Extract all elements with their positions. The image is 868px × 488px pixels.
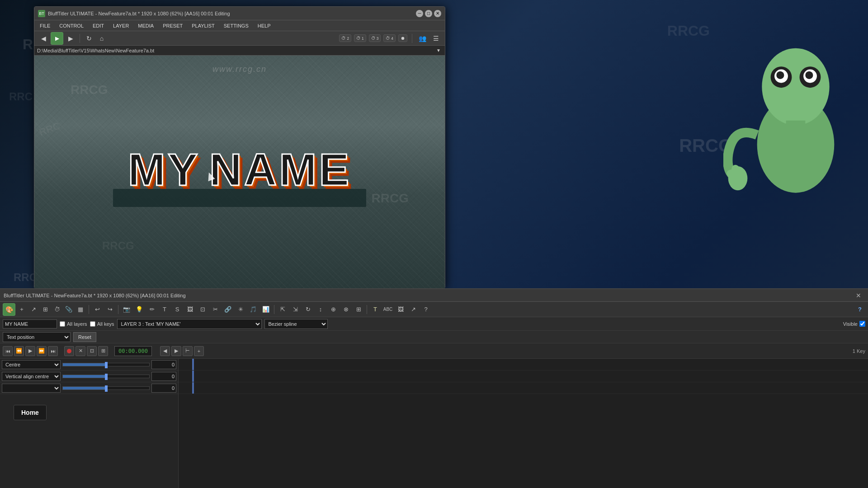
- maximize-button[interactable]: □: [425, 10, 432, 17]
- timer-4[interactable]: ⏱4: [383, 34, 396, 42]
- property-select[interactable]: Text position: [3, 332, 71, 342]
- bt-arrow-btn[interactable]: ↗: [408, 304, 419, 315]
- step-forward-button[interactable]: ▶: [65, 33, 76, 44]
- prop-slider-thumb-1[interactable]: [105, 362, 108, 368]
- prop-value-1[interactable]: [151, 360, 176, 369]
- refresh-button[interactable]: ↻: [84, 33, 94, 44]
- bt-music-btn[interactable]: 🎵: [248, 304, 259, 315]
- bt-table-btn[interactable]: ▦: [75, 304, 86, 315]
- bt-text-btn[interactable]: T: [159, 304, 170, 315]
- transport-x-btn[interactable]: ✕: [75, 346, 85, 356]
- timer-5[interactable]: ⏺: [398, 34, 407, 42]
- prop-align-select-2[interactable]: Vertical align centre: [2, 372, 61, 381]
- menu-control[interactable]: CONTROL: [57, 22, 85, 29]
- layer-dropdown[interactable]: LAYER 3 : Text 'MY NAME': [117, 319, 262, 329]
- users-button[interactable]: 👥: [417, 33, 428, 44]
- bt-special-btn[interactable]: ✳: [235, 304, 246, 315]
- menu-edit[interactable]: EDIT: [91, 22, 106, 29]
- bt-more1-btn[interactable]: ⊕: [328, 304, 339, 315]
- nav-plus-btn[interactable]: +: [194, 346, 204, 356]
- visible-checkbox[interactable]: [859, 321, 865, 327]
- timer-3[interactable]: ⏱3: [369, 34, 381, 42]
- bt-undo-btn[interactable]: ↩: [92, 304, 103, 315]
- transport-rect-btn[interactable]: ⊡: [87, 346, 97, 356]
- window-controls[interactable]: ─ □ ✕: [416, 10, 441, 17]
- prop-slider-3[interactable]: [62, 386, 150, 390]
- bt-clip-btn[interactable]: ✂: [210, 304, 221, 315]
- minimize-button[interactable]: ─: [416, 10, 423, 17]
- play-button[interactable]: ▶: [51, 32, 63, 45]
- transport-next-btn[interactable]: ⏩: [37, 346, 47, 356]
- bt-camera-btn[interactable]: 📷: [121, 304, 132, 315]
- layer-name-input[interactable]: [3, 319, 57, 328]
- bt-abc-btn[interactable]: ABC: [382, 304, 393, 315]
- record-button[interactable]: [64, 346, 74, 356]
- prop-slider-thumb-2[interactable]: [105, 374, 108, 380]
- bt-light-btn[interactable]: 💡: [134, 304, 145, 315]
- bt-flip-btn[interactable]: ↕: [315, 304, 326, 315]
- bt-chain-btn[interactable]: 🔗: [222, 304, 233, 315]
- bt-sep-1: [89, 305, 89, 314]
- bt-pencil-btn[interactable]: ✏: [146, 304, 157, 315]
- bt-img2-btn[interactable]: 🖼: [395, 304, 406, 315]
- bt-redo-btn[interactable]: ↪: [104, 304, 115, 315]
- path-dropdown[interactable]: ▼: [435, 45, 442, 56]
- bt-app-icon[interactable]: 🎨: [3, 303, 15, 316]
- bt-text-format-btn[interactable]: T: [370, 304, 381, 315]
- nav-left-btn[interactable]: ◀: [160, 346, 170, 356]
- bottom-close-button[interactable]: ✕: [853, 291, 864, 300]
- all-layers-checkbox[interactable]: [60, 321, 65, 327]
- bt-rot-btn[interactable]: ↻: [302, 304, 313, 315]
- bt-more2-btn[interactable]: ⊗: [340, 304, 351, 315]
- bt-question-btn[interactable]: ?: [854, 304, 865, 315]
- all-keys-checkbox-label[interactable]: All keys: [90, 321, 114, 327]
- path-input[interactable]: [37, 48, 435, 53]
- all-layers-checkbox-label[interactable]: All layers: [60, 321, 87, 327]
- close-button[interactable]: ✕: [434, 10, 441, 17]
- transport-play-btn[interactable]: ▶: [25, 346, 35, 356]
- menu-preset[interactable]: PRESET: [161, 22, 184, 29]
- bt-s-btn[interactable]: S: [172, 304, 183, 315]
- visible-label[interactable]: Visible: [843, 321, 865, 327]
- nav-split-btn[interactable]: ⊢: [183, 346, 193, 356]
- prop-slider-thumb-3[interactable]: [105, 385, 108, 392]
- transport-prev-btn[interactable]: ⏪: [14, 346, 24, 356]
- menu-button[interactable]: ☰: [430, 33, 441, 44]
- transport-copy-btn[interactable]: ⊞: [98, 346, 108, 356]
- menu-playlist[interactable]: PLAYLIST: [190, 22, 217, 29]
- prop-slider-2[interactable]: [62, 375, 150, 378]
- bt-add-btn[interactable]: +: [16, 304, 27, 315]
- home-button[interactable]: ⌂: [96, 33, 107, 44]
- back-button[interactable]: ◀: [38, 33, 49, 44]
- bt-help-btn[interactable]: ?: [420, 304, 431, 315]
- bt-chart-btn[interactable]: 📊: [260, 304, 271, 315]
- menu-file[interactable]: FILE: [38, 22, 52, 29]
- bt-pos-btn[interactable]: ⇱: [277, 304, 288, 315]
- prop-value-3[interactable]: [151, 384, 176, 393]
- transport-end-btn[interactable]: ⏭: [48, 346, 58, 356]
- prop-slider-1[interactable]: [62, 363, 150, 366]
- bt-attach-btn[interactable]: 📎: [63, 304, 74, 315]
- bt-scale-btn[interactable]: ⇲: [290, 304, 301, 315]
- transport-rewind-btn[interactable]: ⏮: [3, 346, 13, 356]
- bt-export-btn[interactable]: ↗: [28, 304, 39, 315]
- nav-right-btn[interactable]: ▶: [171, 346, 181, 356]
- prop-align-select-1[interactable]: Centre: [2, 360, 61, 369]
- menu-layer[interactable]: LAYER: [111, 22, 131, 29]
- spline-dropdown[interactable]: Bezier spline: [264, 319, 328, 329]
- bt-image-btn[interactable]: 🖼: [184, 304, 195, 315]
- timeline-row-3: [179, 382, 868, 394]
- prop-value-2[interactable]: [151, 372, 176, 381]
- bt-grid-btn[interactable]: ⊞: [40, 304, 51, 315]
- menu-media[interactable]: MEDIA: [136, 22, 156, 29]
- menu-help[interactable]: HELP: [256, 22, 273, 29]
- timer-2[interactable]: ⏱1: [354, 34, 366, 42]
- prop-align-select-3[interactable]: [2, 384, 61, 393]
- reset-button[interactable]: Reset: [73, 332, 96, 342]
- bt-mask-btn[interactable]: ⊡: [197, 304, 208, 315]
- timer-1[interactable]: ⏱2: [339, 34, 351, 42]
- all-keys-checkbox[interactable]: [90, 321, 95, 327]
- bt-clock-btn[interactable]: ⏱: [52, 304, 62, 315]
- menu-settings[interactable]: SETTINGS: [222, 22, 250, 29]
- bt-more3-btn[interactable]: ⊞: [353, 304, 364, 315]
